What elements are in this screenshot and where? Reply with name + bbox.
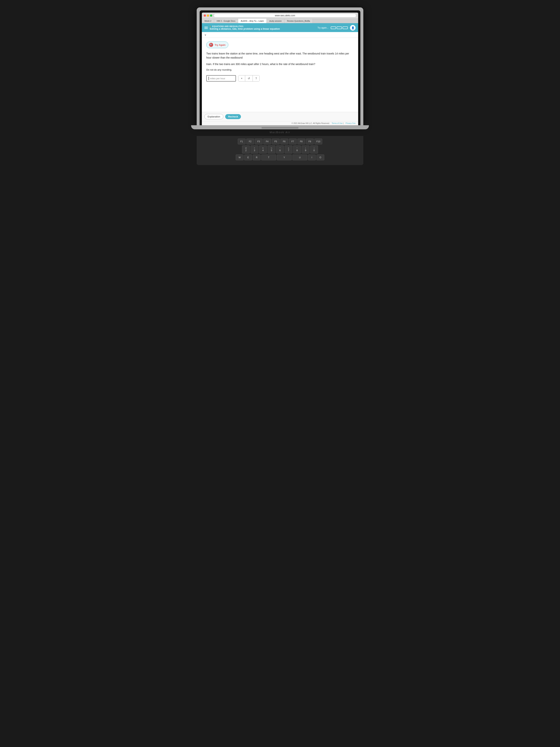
screen-bezel: www-awu.aleks.com Week 2 HW 2 - Google D… (199, 10, 361, 125)
key-f4[interactable]: F4 (263, 138, 271, 145)
key-f8[interactable]: F8 (297, 138, 305, 145)
hamburger-icon[interactable] (205, 27, 208, 29)
progress-box-2 (337, 26, 342, 29)
privacy-link[interactable]: Privacy Cen (346, 122, 355, 124)
key-e[interactable]: E (244, 155, 252, 160)
try-again-icon: 🔍 (209, 43, 213, 47)
key-o[interactable]: O (317, 155, 324, 160)
key-r[interactable]: R (253, 155, 261, 160)
explanation-button[interactable]: Explanation (205, 114, 223, 119)
help-button[interactable]: ? (253, 75, 260, 81)
aleks-header-right: Try again... 👤 (317, 25, 355, 31)
try-again-badge: 🔍 Try Again (206, 42, 228, 48)
key-7[interactable]: &7 (285, 146, 292, 153)
key-f3[interactable]: F3 (255, 138, 263, 145)
input-placeholder-text: miles per hour (210, 77, 225, 80)
browser-tabs: Week 2 HW 2 - Google Docs ALEKS – Amy Tu… (202, 19, 358, 24)
answer-input-field[interactable]: miles per hour (206, 75, 236, 81)
key-3[interactable]: #3 (250, 146, 258, 153)
problem-text-line2: train. If the two trains are 300 miles a… (206, 62, 354, 66)
key-u[interactable]: U (292, 155, 307, 160)
try-again-header-label: Try again... (317, 26, 328, 29)
tab-week2[interactable]: Week 2 (202, 19, 214, 23)
category-dot: ● (210, 25, 211, 27)
header-text-block: ● EQUATIONS AND INEQUALITIES Solving a d… (210, 25, 280, 30)
keyboard-row-qwerty: W E R T Y U I O (199, 155, 361, 160)
progress-box-1 (331, 26, 336, 29)
key-f2[interactable]: F2 (246, 138, 254, 145)
keyboard-row-fn: F1 F2 F3 F4 F5 F6 F7 F8 F9 F10 (199, 138, 361, 145)
progress-boxes (331, 26, 348, 29)
try-again-badge-text: Try Again (215, 44, 225, 46)
key-f1[interactable]: F1 (238, 138, 245, 145)
aleks-header: ● EQUATIONS AND INEQUALITIES Solving a d… (202, 24, 358, 32)
laptop-shell: www-awu.aleks.com Week 2 HW 2 - Google D… (197, 7, 363, 125)
input-cursor (209, 77, 209, 80)
key-f10[interactable]: F10 (315, 138, 322, 145)
footer-bar: © 2021 McGraw Hill LLC. All Rights Reser… (202, 121, 358, 125)
minimize-window-btn[interactable] (207, 15, 209, 17)
close-window-btn[interactable] (204, 15, 206, 17)
key-f5[interactable]: F5 (272, 138, 279, 145)
copyright-text: © 2021 McGraw Hill LLC. All Rights Reser… (292, 122, 330, 124)
browser-topbar: www-awu.aleks.com (202, 12, 358, 19)
answer-row: miles per hour × ↺ ? (206, 75, 354, 81)
key-4[interactable]: $4 (259, 146, 267, 153)
sub-header: ∨ (202, 32, 358, 38)
key-5[interactable]: %5 (268, 146, 275, 153)
progress-box-3 (343, 26, 348, 29)
macbook-label: MacBook Air (270, 131, 290, 134)
recheck-button[interactable]: Recheck (225, 114, 241, 119)
keyboard-area: F1 F2 F3 F4 F5 F6 F7 F8 F9 F10 @2 #3 $4 … (197, 136, 363, 165)
browser-window: www-awu.aleks.com Week 2 HW 2 - Google D… (202, 12, 358, 125)
bottom-bar: Explanation Recheck (202, 112, 358, 121)
browser-controls (204, 15, 212, 17)
key-t[interactable]: T (261, 155, 276, 160)
key-f7[interactable]: F7 (289, 138, 297, 145)
header-title: Solving a distance, rate, time problem u… (210, 27, 280, 30)
chevron-down-button[interactable]: ∨ (205, 33, 206, 36)
key-f9[interactable]: F9 (306, 138, 314, 145)
problem-text-line1: Two trains leave the station at the same… (206, 52, 354, 60)
key-8[interactable]: *8 (293, 146, 301, 153)
key-6[interactable]: ^6 (276, 146, 284, 153)
tab-aleks-learn[interactable]: ALEKS – Amy Tu – Learn (238, 19, 267, 23)
tab-google-docs[interactable]: HW 2 - Google Docs (214, 19, 238, 23)
keyboard-row-numbers: @2 #3 $4 %5 ^6 &7 *8 (9 )0 (199, 146, 361, 153)
tab-review-questions[interactable]: Review Questions_BioBa (285, 19, 313, 23)
key-9[interactable]: (9 (302, 146, 310, 153)
undo-button[interactable]: ↺ (245, 75, 253, 81)
main-content: 🔍 Try Again Two trains leave the station… (202, 38, 358, 112)
fullscreen-window-btn[interactable] (210, 15, 212, 17)
close-button[interactable]: × (238, 75, 245, 81)
action-buttons-group: × ↺ ? (238, 75, 260, 81)
laptop-base (191, 125, 369, 129)
key-2[interactable]: @2 (242, 146, 250, 153)
aleks-header-left: ● EQUATIONS AND INEQUALITIES Solving a d… (205, 25, 280, 30)
laptop-notch (262, 127, 298, 129)
key-w[interactable]: W (236, 155, 243, 160)
header-category: ● EQUATIONS AND INEQUALITIES (210, 25, 280, 27)
key-f6[interactable]: F6 (281, 138, 288, 145)
footer-separator: | (343, 122, 344, 124)
key-y[interactable]: Y (277, 155, 292, 160)
key-0[interactable]: )0 (310, 146, 318, 153)
no-rounding-instruction: Do not do any rounding. (206, 68, 354, 71)
address-bar[interactable]: www-awu.aleks.com (214, 14, 356, 18)
terms-link[interactable]: Terms of Use (332, 122, 343, 124)
key-i[interactable]: I (308, 155, 316, 160)
tab-study-session[interactable]: study-session (267, 19, 285, 23)
user-avatar[interactable]: 👤 (350, 25, 355, 31)
